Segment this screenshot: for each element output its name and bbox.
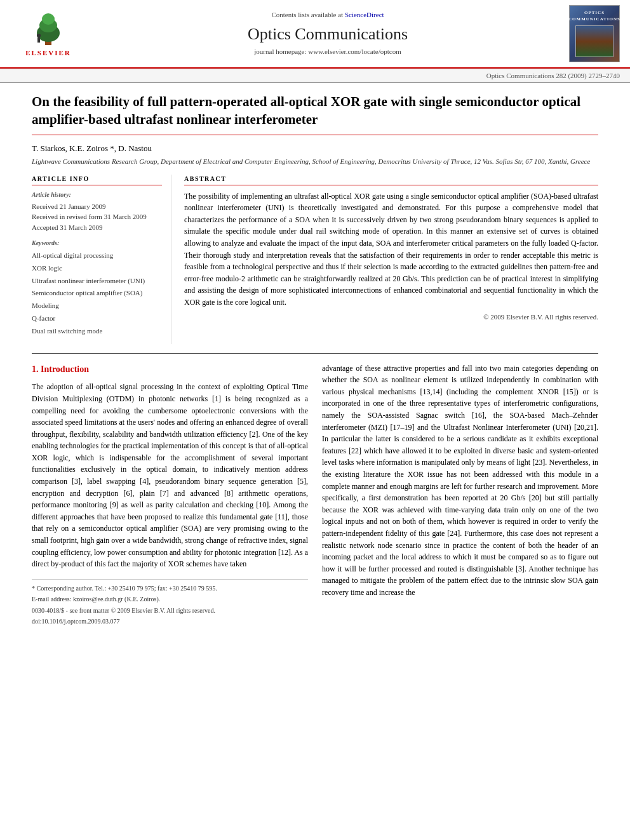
footnote-issn: 0030-4018/$ - see front matter © 2009 El… — [32, 606, 308, 616]
intro-col1-text: The adoption of all-optical signal proce… — [32, 381, 308, 570]
keywords-title: Keywords: — [32, 239, 162, 248]
received-date: Received 21 January 2009 — [32, 201, 162, 212]
sciencedirect-link[interactable]: Contents lists available at ScienceDirec… — [93, 10, 563, 20]
accepted-date: Accepted 31 March 2009 — [32, 222, 162, 233]
intro-heading: 1. Introduction — [32, 363, 308, 377]
article-history-block: Article history: Received 21 January 200… — [32, 190, 162, 233]
authors: T. Siarkos, K.E. Zoiros *, D. Nastou — [32, 143, 598, 154]
journal-title-header: Optics Communications — [93, 23, 563, 46]
footnote-corresponding: * Corresponding author. Tel.: +30 25410 … — [32, 583, 308, 594]
introduction-section: 1. Introduction The adoption of all-opti… — [32, 363, 598, 628]
cover-journal-name: OPTICSCOMMUNICATIONS — [568, 10, 620, 23]
article-title: On the feasibility of full pattern-opera… — [32, 93, 598, 135]
svg-point-4 — [37, 34, 41, 37]
revised-date: Received in revised form 31 March 2009 — [32, 211, 162, 222]
footnote-email: E-mail address: kzoiros@ee.duth.gr (K.E.… — [32, 594, 308, 604]
article-info-column: ARTICLE INFO Article history: Received 2… — [32, 175, 171, 344]
abstract-copyright: © 2009 Elsevier B.V. All rights reserved… — [184, 312, 598, 322]
journal-center-info: Contents lists available at ScienceDirec… — [86, 10, 569, 57]
intro-paragraph: advantage of these attractive properties… — [322, 363, 598, 599]
elsevier-label: ELSEVIER — [25, 48, 71, 58]
keyword-item: Ultrafast nonlinear interferometer (UNI) — [32, 275, 162, 288]
keyword-item: Dual rail switching mode — [32, 325, 162, 338]
keyword-item: Modeling — [32, 300, 162, 312]
abstract-text: The possibility of implementing an ultra… — [184, 190, 598, 309]
journal-header: ELSEVIER Contents lists available at Sci… — [0, 0, 630, 69]
intro-col-right: advantage of these attractive properties… — [322, 363, 598, 628]
keyword-item: XOR logic — [32, 262, 162, 275]
svg-point-3 — [42, 13, 55, 25]
sciencedirect-anchor[interactable]: ScienceDirect — [345, 11, 384, 18]
article-info-abstract-section: ARTICLE INFO Article history: Received 2… — [32, 175, 598, 344]
intro-col2-text: advantage of these attractive properties… — [322, 363, 598, 599]
svg-rect-5 — [37, 37, 40, 43]
keywords-block: Keywords: All-optical digital processing… — [32, 239, 162, 338]
elsevier-logo: ELSEVIER — [10, 9, 86, 58]
affiliation: Lightwave Communications Research Group,… — [32, 157, 598, 166]
keyword-item: Q-factor — [32, 312, 162, 325]
keywords-list: All-optical digital processingXOR logicU… — [32, 250, 162, 338]
abstract-column: ABSTRACT The possibility of implementing… — [184, 175, 598, 344]
body-divider — [32, 353, 598, 354]
article-history-title: Article history: — [32, 190, 162, 199]
footnote-block: * Corresponding author. Tel.: +30 25410 … — [32, 579, 308, 627]
keyword-item: Semiconductor optical amplifier (SOA) — [32, 287, 162, 300]
abstract-label: ABSTRACT — [184, 175, 598, 185]
citation-bar: Optics Communications 282 (2009) 2729–27… — [0, 69, 630, 83]
elsevier-tree-icon — [20, 9, 77, 47]
intro-col-left: 1. Introduction The adoption of all-opti… — [32, 363, 308, 628]
keyword-item: All-optical digital processing — [32, 250, 162, 262]
article-info-label: ARTICLE INFO — [32, 175, 162, 185]
intro-paragraph: The adoption of all-optical signal proce… — [32, 381, 308, 570]
main-content: On the feasibility of full pattern-opera… — [0, 83, 630, 637]
journal-cover-image: OPTICSCOMMUNICATIONS — [569, 5, 620, 62]
footnote-doi: doi:10.1016/j.optcom.2009.03.077 — [32, 617, 308, 627]
journal-homepage: journal homepage: www.elsevier.com/locat… — [93, 47, 563, 57]
